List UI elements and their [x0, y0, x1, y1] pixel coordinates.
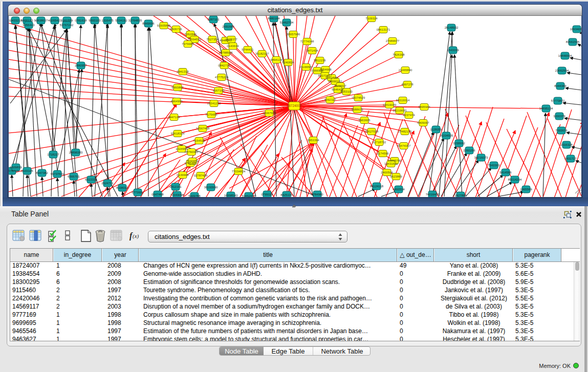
svg-text:1316475: 1316475 — [101, 19, 114, 22]
svg-text:3092327: 3092327 — [324, 98, 336, 101]
svg-text:90838637: 90838637 — [34, 19, 48, 22]
svg-text:2260256: 2260256 — [463, 149, 475, 152]
svg-text:13431611: 13431611 — [384, 162, 398, 165]
svg-text:7543303: 7543303 — [488, 164, 500, 167]
svg-text:85014294: 85014294 — [508, 178, 522, 181]
svg-text:53767242: 53767242 — [60, 24, 74, 27]
svg-text:2691669: 2691669 — [222, 25, 234, 28]
svg-text:35182337: 35182337 — [255, 52, 269, 55]
svg-text:91905865: 91905865 — [157, 24, 171, 27]
svg-text:6773602: 6773602 — [132, 191, 144, 194]
svg-text:8480184: 8480184 — [268, 17, 280, 20]
svg-text:18724007: 18724007 — [287, 104, 302, 107]
svg-text:7190659: 7190659 — [186, 160, 199, 163]
svg-text:4997278: 4997278 — [401, 83, 413, 86]
svg-text:9894134: 9894134 — [270, 58, 282, 61]
svg-text:93618324: 93618324 — [171, 132, 185, 135]
svg-text:0781618: 0781618 — [75, 19, 87, 22]
svg-text:9600133: 9600133 — [21, 19, 33, 22]
svg-text:1509839: 1509839 — [10, 166, 22, 169]
svg-text:53462475: 53462475 — [242, 194, 256, 197]
svg-text:9237474: 9237474 — [403, 114, 415, 117]
svg-text:6409097: 6409097 — [417, 121, 429, 124]
svg-text:3447134: 3447134 — [168, 116, 180, 119]
svg-text:8849696: 8849696 — [142, 22, 155, 25]
svg-text:06990162: 06990162 — [329, 80, 342, 83]
svg-text:36193990: 36193990 — [204, 186, 218, 189]
svg-text:3056413: 3056413 — [23, 24, 35, 27]
svg-text:28148932: 28148932 — [445, 26, 459, 29]
svg-text:10433218: 10433218 — [9, 19, 23, 22]
svg-text:4493534: 4493534 — [393, 188, 405, 191]
svg-text:3695944: 3695944 — [418, 105, 430, 108]
svg-text:0647468: 0647468 — [151, 193, 164, 196]
svg-text:6513338: 6513338 — [85, 178, 97, 181]
svg-text:6566701: 6566701 — [68, 175, 80, 178]
svg-text:72774348: 72774348 — [300, 40, 314, 43]
svg-text:6562729: 6562729 — [325, 76, 338, 79]
svg-text:72343098: 72343098 — [170, 193, 184, 196]
svg-text:1167190: 1167190 — [213, 89, 225, 92]
svg-text:7693676: 7693676 — [555, 129, 568, 132]
svg-text:1128059: 1128059 — [430, 128, 443, 131]
svg-text:14846564: 14846564 — [558, 54, 572, 57]
svg-text:0799118: 0799118 — [262, 193, 274, 196]
svg-text:9593103: 9593103 — [89, 19, 101, 22]
svg-text:4964990: 4964990 — [170, 100, 183, 103]
svg-text:1161559: 1161559 — [61, 19, 74, 22]
svg-text:5414586: 5414586 — [499, 171, 512, 174]
svg-text:9993867: 9993867 — [171, 86, 184, 89]
svg-text:2016328: 2016328 — [560, 143, 573, 146]
svg-text:0812191: 0812191 — [169, 185, 182, 188]
svg-text:7262849: 7262849 — [184, 33, 197, 36]
svg-text:1543039: 1543039 — [447, 49, 459, 52]
svg-text:47775204: 47775204 — [215, 76, 229, 79]
svg-text:83561595: 83561595 — [566, 40, 580, 43]
svg-text:5534192: 5534192 — [115, 19, 127, 22]
svg-text:3471434: 3471434 — [306, 49, 318, 52]
svg-text:08613171: 08613171 — [377, 28, 390, 31]
svg-text:2046537: 2046537 — [334, 84, 346, 87]
svg-text:08760385: 08760385 — [185, 150, 199, 154]
svg-text:0139904: 0139904 — [177, 173, 189, 177]
svg-text:77694531: 77694531 — [188, 38, 202, 41]
svg-text:16934060: 16934060 — [570, 28, 581, 31]
svg-text:24896383: 24896383 — [69, 151, 83, 154]
svg-text:12567468: 12567468 — [196, 127, 210, 130]
svg-text:7379965: 7379965 — [182, 42, 194, 46]
svg-text:23166587: 23166587 — [299, 65, 313, 69]
svg-text:77034824: 77034824 — [232, 170, 246, 173]
svg-text:26204505: 26204505 — [440, 134, 453, 137]
svg-text:8506716: 8506716 — [170, 28, 182, 31]
svg-text:5623869: 5623869 — [390, 175, 402, 178]
svg-text:46474367: 46474367 — [397, 144, 411, 147]
svg-text:5009788: 5009788 — [188, 194, 201, 197]
svg-text:3953394: 3953394 — [307, 139, 319, 142]
svg-text:21465840: 21465840 — [399, 69, 412, 72]
svg-text:7154516: 7154516 — [193, 139, 205, 142]
svg-text:32764835: 32764835 — [128, 19, 142, 22]
svg-text:1718227: 1718227 — [47, 153, 59, 156]
svg-text:2941318: 2941318 — [177, 70, 189, 73]
svg-text:22219693: 22219693 — [393, 109, 407, 112]
svg-text:3963605: 3963605 — [358, 119, 371, 122]
svg-text:3287101: 3287101 — [207, 18, 220, 21]
svg-text:19374529: 19374529 — [352, 96, 365, 99]
svg-text:34216073: 34216073 — [474, 156, 488, 159]
svg-text:7054668: 7054668 — [319, 68, 332, 71]
svg-text:5812236: 5812236 — [314, 59, 326, 62]
svg-text:27484677: 27484677 — [386, 39, 400, 42]
svg-text:57773872: 57773872 — [551, 99, 565, 102]
svg-text:5744431: 5744431 — [242, 48, 254, 51]
svg-text:13341232: 13341232 — [207, 102, 221, 105]
svg-text:8053100: 8053100 — [340, 90, 353, 93]
svg-text:0103105: 0103105 — [21, 169, 33, 172]
svg-text:95788568: 95788568 — [219, 51, 233, 54]
svg-text:8347382: 8347382 — [36, 171, 48, 174]
svg-text:8108013: 8108013 — [116, 186, 128, 189]
svg-text:02787429: 02787429 — [194, 174, 208, 177]
svg-text:07482175: 07482175 — [398, 130, 412, 133]
svg-text:51462704: 51462704 — [280, 21, 294, 24]
svg-text:1965569: 1965569 — [520, 188, 532, 191]
svg-text:3200379: 3200379 — [553, 115, 565, 118]
